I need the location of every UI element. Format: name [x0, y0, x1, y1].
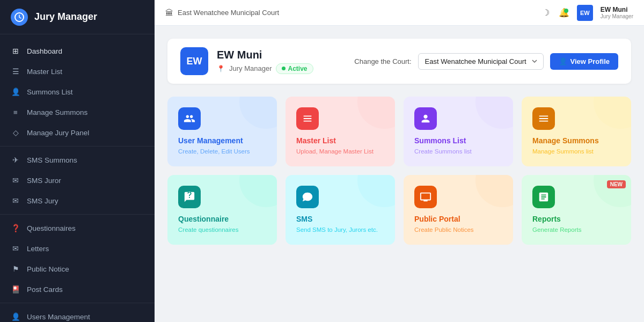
sidebar-item-sms-juror[interactable]: ✉ SMS Juror	[0, 170, 155, 191]
sms-jury-icon: ✉	[11, 196, 20, 206]
active-text: Active	[288, 65, 307, 72]
svg-point-3	[475, 97, 513, 129]
card-master-list[interactable]: Master List Upload, Manage Master List	[286, 97, 395, 166]
svg-point-1	[239, 97, 277, 129]
sidebar-item-sms-jury[interactable]: ✉ SMS Jury	[0, 191, 155, 211]
cards-grid: User Management Create, Delete, Edit Use…	[167, 97, 631, 245]
court-building-icon: 🏛	[165, 8, 173, 17]
notification-icon-wrap[interactable]: 🔔	[559, 8, 569, 18]
sms-card-icon-wrap	[296, 186, 319, 208]
sidebar-item-users-management[interactable]: 👤 Users Management	[0, 306, 155, 322]
topbar: 🏛 East Wenatchee Municipal Court ☽ 🔔 EW …	[155, 0, 644, 26]
card-bg-shape	[588, 175, 631, 220]
card-desc: Create, Delete, Edit Users	[178, 147, 266, 156]
card-manage-summons[interactable]: Manage Summons Manage Summons list	[522, 97, 631, 166]
sidebar-item-label: Public Notice	[27, 265, 69, 273]
post-cards-icon: 🎴	[11, 284, 20, 294]
profile-avatar: EW	[180, 47, 208, 75]
card-bg-shape	[352, 97, 395, 142]
sidebar-item-label: Master List	[27, 68, 62, 76]
svg-point-5	[239, 175, 277, 207]
sidebar-header: Jury Manager	[0, 0, 155, 34]
sidebar-item-label: SMS Juror	[27, 177, 61, 185]
sidebar-item-label: Post Cards	[27, 286, 63, 294]
reports-card-icon-wrap	[532, 186, 555, 208]
nav-divider-1	[0, 146, 155, 147]
sidebar-item-questionnaires[interactable]: ❓ Questionnaires	[0, 218, 155, 238]
public-portal-card-icon-wrap	[414, 186, 437, 208]
dashboard-icon: ⊞	[11, 46, 20, 56]
sidebar-logo	[11, 9, 28, 26]
sidebar-item-letters[interactable]: ✉ Letters	[0, 238, 155, 259]
sidebar-item-label: Questionnaires	[27, 224, 76, 232]
topbar-actions: ☽ 🔔 EW EW Muni Jury Manager	[540, 5, 633, 21]
sidebar-item-label: Summons List	[27, 88, 73, 96]
sidebar: Jury Manager ⊞ Dashboard ☰ Master List 👤…	[0, 0, 155, 322]
profile-role: 📍 Jury Manager Active	[217, 63, 313, 74]
profile-header: EW EW Muni 📍 Jury Manager Active Change	[167, 39, 631, 84]
card-bg-shape	[234, 97, 277, 142]
master-list-icon: ☰	[11, 67, 20, 76]
sidebar-item-post-cards[interactable]: 🎴 Post Cards	[0, 279, 155, 299]
main-content: 🏛 East Wenatchee Municipal Court ☽ 🔔 EW …	[155, 0, 644, 322]
card-questionnaire[interactable]: Questionnaire Create questionnaires	[167, 175, 277, 245]
sidebar-item-sms-summons[interactable]: ✈ SMS Summons	[0, 150, 155, 170]
nav-divider-3	[0, 303, 155, 303]
card-reports[interactable]: NEW Reports Generate Reports	[522, 175, 631, 245]
card-bg-shape	[352, 175, 395, 220]
sidebar-item-manage-jury-panel[interactable]: ◇ Manage Jury Panel	[0, 122, 155, 143]
manage-jury-panel-icon: ◇	[11, 128, 20, 137]
notification-dot	[564, 9, 568, 13]
card-desc: Manage Summons list	[532, 147, 620, 156]
svg-point-4	[594, 97, 631, 129]
card-desc: Upload, Manage Master List	[296, 147, 384, 156]
moon-icon: ☽	[540, 8, 551, 18]
questionnaire-card-icon-wrap	[178, 186, 201, 208]
topbar-avatar: EW	[577, 5, 593, 21]
manage-summons-icon: ≡	[11, 107, 20, 117]
change-court-label: Change the Court:	[354, 57, 411, 65]
topbar-username: EW Muni	[601, 6, 628, 13]
profile-name: EW Muni	[217, 49, 313, 61]
summons-list-card-icon-wrap	[414, 107, 437, 130]
sidebar-nav: ⊞ Dashboard ☰ Master List 👤 Summons List…	[0, 34, 155, 322]
profile-role-text: Jury Manager	[229, 64, 272, 72]
svg-point-2	[357, 97, 395, 129]
card-desc: Create questionnaires	[178, 225, 266, 234]
sidebar-item-label: SMS Jury	[27, 197, 58, 205]
letters-icon: ✉	[11, 244, 20, 253]
sidebar-item-summons-list[interactable]: 👤 Summons List	[0, 82, 155, 102]
sidebar-item-label: Manage Summons	[27, 108, 87, 116]
user-management-card-icon-wrap	[178, 107, 201, 130]
moon-icon-wrap[interactable]: ☽	[540, 8, 551, 18]
nav-divider-2	[0, 214, 155, 215]
location-icon: 📍	[217, 65, 225, 72]
topbar-court-name: East Wenatchee Municipal Court	[178, 9, 279, 17]
card-desc: Create Public Notices	[414, 225, 502, 234]
card-user-management[interactable]: User Management Create, Delete, Edit Use…	[167, 97, 277, 166]
active-dot	[282, 67, 286, 70]
sidebar-item-dashboard[interactable]: ⊞ Dashboard	[0, 41, 155, 61]
svg-point-6	[357, 175, 395, 207]
card-sms[interactable]: SMS Send SMS to Jury, Jurors etc.	[286, 175, 395, 245]
topbar-breadcrumb: 🏛 East Wenatchee Municipal Court	[165, 8, 279, 17]
view-profile-label: View Profile	[570, 57, 610, 65]
court-select[interactable]: East Wenatchee Municipal Court	[418, 53, 544, 70]
card-summons-list[interactable]: Summons List Create Summons list	[404, 97, 513, 166]
sidebar-item-public-notice[interactable]: ⚑ Public Notice	[0, 259, 155, 279]
user-icon: 👤	[559, 57, 567, 65]
sidebar-title: Jury Manager	[34, 11, 97, 23]
active-badge: Active	[276, 63, 313, 74]
sidebar-item-master-list[interactable]: ☰ Master List	[0, 61, 155, 82]
svg-point-7	[475, 175, 513, 207]
card-bg-shape	[588, 97, 631, 142]
view-profile-button[interactable]: 👤 View Profile	[550, 53, 618, 70]
public-notice-icon: ⚑	[11, 264, 20, 274]
profile-avatar-text: EW	[187, 56, 202, 67]
card-bg-shape	[470, 175, 513, 220]
summons-list-icon: 👤	[11, 87, 20, 97]
sidebar-item-manage-summons[interactable]: ≡ Manage Summons	[0, 102, 155, 122]
sidebar-item-label: Manage Jury Panel	[27, 129, 89, 137]
sms-summons-icon: ✈	[11, 155, 20, 165]
card-public-portal[interactable]: Public Portal Create Public Notices	[404, 175, 513, 245]
